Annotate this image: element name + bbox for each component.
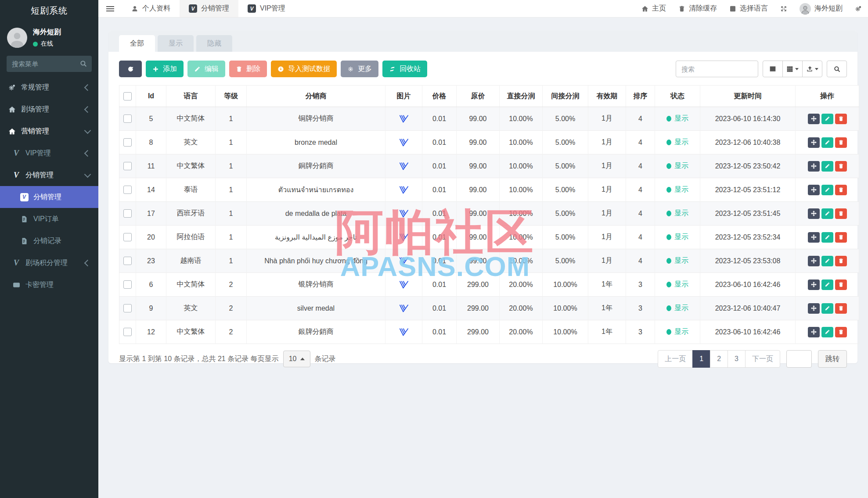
delete-row-button[interactable] [835,161,847,172]
language-select[interactable]: 选择语言 [723,0,774,17]
row-checkbox[interactable] [123,233,132,241]
import-test-data-button[interactable]: 导入测试数据 [271,61,337,77]
sidebar-item-distribution-records[interactable]: 分销记录 [0,230,98,252]
edit-row-button[interactable] [821,114,833,124]
sidebar-search-input[interactable] [7,56,92,72]
move-row-button[interactable] [808,114,820,124]
table-row[interactable]: 17西班牙语1de medalla de plata0.0199.0010.00… [119,202,859,226]
table-search-input[interactable] [676,61,758,77]
column-header-8[interactable]: 直接分润 [500,86,543,107]
tab-hidden[interactable]: 隐藏 [196,35,232,52]
sidebar-item-vip-manage[interactable]: V VIP管理 [0,142,98,164]
column-header-2[interactable]: 语言 [166,86,216,107]
pagination-prev[interactable]: 上一页 [658,350,693,368]
table-row[interactable]: 9英文2silver medal0.01299.0020.00%10.00%1年… [119,297,859,320]
tab-visible[interactable]: 显示 [158,35,194,52]
table-row[interactable]: 5中文简体1铜牌分销商0.0199.0010.00%5.00%1月4显示2023… [119,107,859,131]
pagination-page-2[interactable]: 2 [710,350,728,368]
jump-button[interactable]: 跳转 [818,350,847,368]
sidebar-item-vip-orders[interactable]: VIP订单 [0,208,98,230]
sidebar-toggle-button[interactable] [98,0,122,17]
table-row[interactable]: 8英文1bronze medal0.0199.0010.00%5.00%1月4显… [119,131,859,154]
column-header-12[interactable]: 状态 [655,86,700,107]
more-button[interactable]: 更多 [341,61,378,77]
delete-row-button[interactable] [835,303,847,314]
refresh-button[interactable] [119,61,142,77]
delete-row-button[interactable] [835,327,847,337]
move-row-button[interactable] [808,161,820,172]
delete-row-button[interactable] [835,256,847,266]
settings-button[interactable] [849,0,868,17]
row-checkbox[interactable] [123,328,132,336]
row-checkbox[interactable] [123,257,132,265]
sidebar-item-distribution[interactable]: V 分销管理 [0,164,98,186]
edit-row-button[interactable] [821,256,833,266]
delete-row-button[interactable] [835,232,847,243]
brand-title[interactable]: 短剧系统 [0,0,98,21]
table-row[interactable]: 14泰语1ตัวแทนจำหน่ายเกรดทอง0.0199.0010.00%… [119,178,859,202]
pagination-page-1[interactable]: 1 [692,350,710,368]
move-row-button[interactable] [808,327,820,337]
delete-row-button[interactable] [835,208,847,219]
sidebar-item-general[interactable]: 常规管理 [0,76,98,98]
delete-row-button[interactable] [835,137,847,148]
column-header-1[interactable]: Id [136,86,166,107]
sidebar-item-marketing[interactable]: 营销管理 [0,120,98,142]
column-header-7[interactable]: 原价 [457,86,500,107]
columns-button[interactable] [782,61,803,77]
tab-all[interactable]: 全部 [119,35,155,52]
row-checkbox[interactable] [123,138,132,147]
table-row[interactable]: 11中文繁体1銅牌分銷商0.0199.0010.00%5.00%1月4显示202… [119,154,859,178]
column-header-3[interactable]: 等级 [216,86,247,107]
move-row-button[interactable] [808,137,820,148]
pagination-next[interactable]: 下一页 [745,350,780,368]
nav-tab-distribution[interactable]: V 分销管理 [180,0,238,17]
sidebar-item-card-keys[interactable]: 卡密管理 [0,274,98,296]
edit-row-button[interactable] [821,208,833,219]
delete-row-button[interactable] [835,114,847,124]
recycle-bin-button[interactable]: 回收站 [382,61,427,77]
table-row[interactable]: 6中文简体2银牌分销商0.01299.0020.00%10.00%1年3显示20… [119,273,859,297]
edit-button[interactable]: 编辑 [187,61,225,77]
detail-view-button[interactable] [763,61,783,77]
delete-row-button[interactable] [835,185,847,195]
column-header-5[interactable]: 图片 [385,86,422,107]
row-checkbox[interactable] [123,209,132,218]
search-icon[interactable] [79,60,87,69]
column-header-11[interactable]: 排序 [626,86,655,107]
nav-tab-profile[interactable]: 个人资料 [122,0,180,17]
search-submit-button[interactable] [827,61,847,77]
sidebar-item-theater[interactable]: 剧场管理 [0,98,98,120]
move-row-button[interactable] [808,303,820,314]
move-row-button[interactable] [808,256,820,266]
edit-row-button[interactable] [821,327,833,337]
move-row-button[interactable] [808,279,820,290]
edit-row-button[interactable] [821,137,833,148]
move-row-button[interactable] [808,185,820,195]
row-checkbox[interactable] [123,304,132,312]
move-row-button[interactable] [808,208,820,219]
edit-row-button[interactable] [821,303,833,314]
column-header-6[interactable]: 价格 [422,86,457,107]
row-checkbox[interactable] [123,186,132,194]
edit-row-button[interactable] [821,279,833,290]
move-row-button[interactable] [808,232,820,243]
row-checkbox[interactable] [123,280,132,289]
user-menu[interactable]: 海外短剧 [793,0,849,17]
edit-row-button[interactable] [821,232,833,243]
table-row[interactable]: 12中文繁体2銀牌分銷商0.01299.0020.00%10.00%1年3显示2… [119,320,859,344]
column-header-10[interactable]: 有效期 [588,86,626,107]
sidebar-item-distribution-manage[interactable]: V 分销管理 [0,186,98,208]
column-header-14[interactable]: 操作 [796,86,859,107]
page-size-select[interactable]: 10 [283,351,310,367]
sidebar-item-theater-points[interactable]: V 剧场积分管理 [0,252,98,274]
jump-page-input[interactable] [786,350,812,368]
table-row[interactable]: 23越南语1Nhà phân phối huy chương đồng0.019… [119,249,859,273]
fullscreen-button[interactable] [774,0,793,17]
delete-button[interactable]: 删除 [229,61,267,77]
edit-row-button[interactable] [821,161,833,172]
pagination-page-3[interactable]: 3 [728,350,746,368]
column-header-4[interactable]: 分销商 [247,86,385,107]
table-row[interactable]: 20阿拉伯语1تاجر موزع الميدالية البرونزية0.01… [119,226,859,249]
nav-tab-vip[interactable]: V VIP管理 [238,0,295,17]
